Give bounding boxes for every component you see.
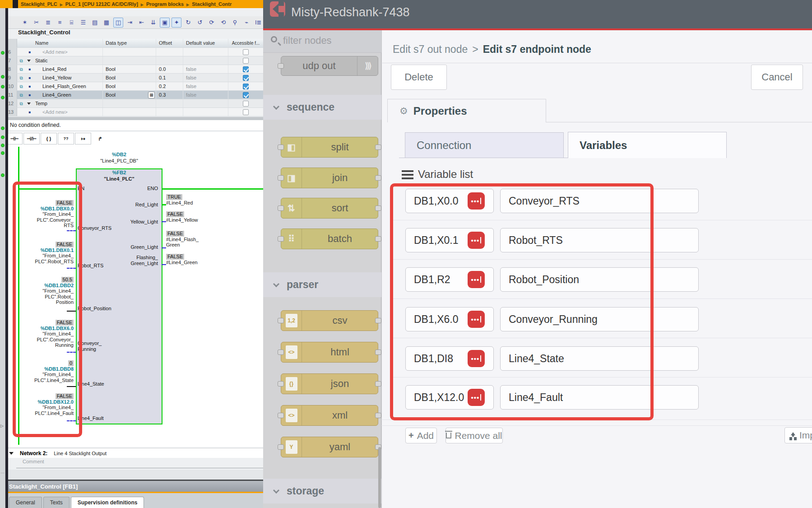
palette-node-yaml[interactable]: Y yaml [281, 437, 378, 457]
contact-no-button[interactable]: ⊣⊢ [6, 133, 23, 144]
node-port[interactable] [278, 350, 284, 355]
table-row[interactable]: 9 ⧉ ■ Line4_Yellow Bool 0.1 false [6, 74, 263, 82]
accessible-checkbox[interactable] [243, 84, 249, 89]
node-port[interactable] [278, 205, 284, 211]
close-operands-icon[interactable]: ⇤ [137, 18, 147, 28]
tia-breadcrumb[interactable]: Stacklight_PLC PLC_1 [CPU 1212C AC/DC/Rl… [0, 0, 263, 8]
node-port[interactable] [375, 175, 381, 181]
node-port[interactable] [278, 175, 284, 181]
breadcrumb-block[interactable]: Stacklight_Contr [184, 1, 232, 7]
node-port[interactable] [278, 236, 284, 242]
node-port[interactable] [375, 413, 381, 418]
contact-nc-button[interactable]: ⊣/⊢ [23, 133, 40, 144]
outline-view-icon[interactable]: ☰ [78, 18, 88, 28]
palette-scrollbar[interactable] [378, 447, 381, 508]
node-port[interactable] [278, 413, 284, 418]
open-operands-icon[interactable]: ⇥ [125, 18, 135, 28]
accessible-checkbox[interactable] [243, 66, 249, 72]
node-port[interactable] [375, 144, 381, 150]
absolute-symbolic-icon[interactable]: ▣ [160, 18, 170, 28]
operand-line4-red[interactable]: TRUE #Line4_Red [166, 194, 225, 205]
node-port[interactable] [375, 318, 381, 323]
accessible-checkbox[interactable] [243, 75, 249, 81]
empty-box-button[interactable]: ?? [58, 133, 74, 144]
tab-connection[interactable]: Connection [405, 132, 564, 158]
palette-node-json[interactable]: {} json [281, 373, 378, 394]
accessible-checkbox[interactable] [243, 92, 249, 98]
node-port[interactable] [375, 381, 381, 387]
palette-node-html[interactable]: <> html [281, 342, 378, 363]
palette-section-sequence[interactable]: sequence [263, 95, 381, 120]
insert-row-icon[interactable]: ≣ [43, 18, 53, 28]
palette-node-join[interactable]: ◨ join [281, 168, 378, 188]
delete-button[interactable]: Delete [391, 65, 447, 90]
tab-variables[interactable]: Variables [568, 132, 727, 158]
table-row-selected[interactable]: 11 ⧉ ■ Line4_Green Bool ▦ 0.3 false [6, 91, 263, 99]
node-port[interactable] [375, 350, 381, 355]
table-row[interactable]: 6 ■ <Add new> [6, 48, 263, 56]
network2-header[interactable]: Network 2: Line 4 Stacklight Output [6, 448, 263, 458]
table-row[interactable]: 10 ⧉ ■ Line4_Flash_Green Bool 0.2 false [6, 82, 263, 91]
table-row[interactable]: 7 ⧉ Static [6, 56, 263, 65]
call-structure-icon[interactable]: I≣ [253, 18, 263, 28]
collapse-triangle-icon[interactable] [9, 452, 14, 455]
import-button[interactable]: Imp [784, 427, 812, 443]
mouse-mode-icon[interactable]: ⌸ [66, 18, 76, 28]
node-port[interactable] [278, 444, 284, 450]
open-branch-button[interactable]: ↦ [75, 133, 91, 144]
breadcrumb-program-blocks[interactable]: Program blocks [138, 1, 184, 7]
go-online-icon[interactable]: ↻ [183, 18, 193, 28]
palette-node-csv[interactable]: 1,2 csv [281, 310, 378, 331]
palette-node-split[interactable]: ◧ split [281, 137, 378, 158]
col-accessible[interactable]: Accessible f... [228, 39, 263, 47]
node-port[interactable] [278, 318, 284, 323]
monitor-toggle-icon[interactable]: ⚲ [230, 18, 240, 28]
cancel-button[interactable]: Cancel [751, 65, 803, 90]
properties-tab[interactable]: ⚙ Properties [387, 99, 546, 122]
node-port[interactable] [375, 205, 381, 211]
node-port[interactable] [278, 381, 284, 387]
accessible-checkbox[interactable] [243, 58, 249, 64]
coil-button[interactable]: ( ) [41, 133, 57, 144]
datatype-picker-button[interactable]: ▦ [148, 92, 155, 98]
split-view-icon[interactable]: ▦ [102, 18, 111, 28]
palette-node-udp-out[interactable]: udp out ⟩⟩⟩ [281, 56, 378, 76]
call-environment-icon[interactable]: ⌁ [241, 18, 251, 28]
operand-line4-green[interactable]: FALSE #Line4_Green [166, 254, 225, 265]
expand-pane-icon[interactable]: ▷ [0, 424, 5, 430]
palette-node-batch[interactable]: ⠿ batch [281, 228, 378, 249]
remove-all-button[interactable]: Remove all [445, 428, 503, 443]
table-row[interactable]: 12 ⧉ Temp [6, 99, 263, 108]
palette-node-sort[interactable]: ⇅ sort [281, 198, 378, 219]
node-port[interactable] [278, 63, 284, 69]
operand-line4-yellow[interactable]: FALSE #Line4_Yellow [166, 211, 225, 223]
node-port[interactable] [375, 236, 381, 242]
col-offset[interactable]: Offset [156, 39, 183, 47]
palette-section-parser[interactable]: parser [263, 272, 381, 297]
breadcrumb-plc[interactable]: PLC_1 [CPU 1212C AC/DC/Rly] [57, 1, 138, 7]
table-row[interactable]: 8 ⧉ ■ Line4_Red Bool 0.0 false [6, 65, 263, 74]
node-port[interactable] [278, 144, 284, 150]
tab-supervision-definitions[interactable]: Supervision definitions [71, 497, 144, 508]
add-variable-button[interactable]: + Add [405, 428, 437, 443]
upload-block-icon[interactable]: ⟲ [218, 18, 228, 28]
comments-toggle-icon[interactable]: ◫ [113, 18, 123, 28]
tab-texts[interactable]: Texts [43, 497, 70, 508]
table-row[interactable]: 13 ■ <Add new> [6, 108, 263, 117]
col-datatype[interactable]: Data type [103, 39, 156, 47]
add-row-icon[interactable]: ≡ [55, 18, 65, 28]
accessible-checkbox[interactable] [243, 49, 249, 55]
close-branch-button[interactable]: ↱ [92, 133, 108, 144]
expand-triangle-icon[interactable] [27, 103, 31, 105]
breadcrumb-project[interactable]: Stacklight_PLC [21, 1, 57, 7]
collapse-networks-icon[interactable]: ⇊ [148, 18, 158, 28]
tab-general[interactable]: General [9, 497, 42, 508]
delete-network-icon[interactable]: ✂ [32, 18, 42, 28]
palette-node-xml[interactable]: <> xml [281, 405, 378, 426]
accessible-checkbox[interactable] [243, 101, 249, 107]
snapshot-icon[interactable]: ✦ [172, 18, 181, 28]
col-default[interactable]: Default value [183, 39, 228, 47]
insert-network-icon[interactable]: ✶ [20, 18, 30, 28]
operand-line4-flash-green[interactable]: FALSE #Line4_Flash_ Green [166, 231, 225, 248]
expand-triangle-icon[interactable] [27, 60, 31, 62]
